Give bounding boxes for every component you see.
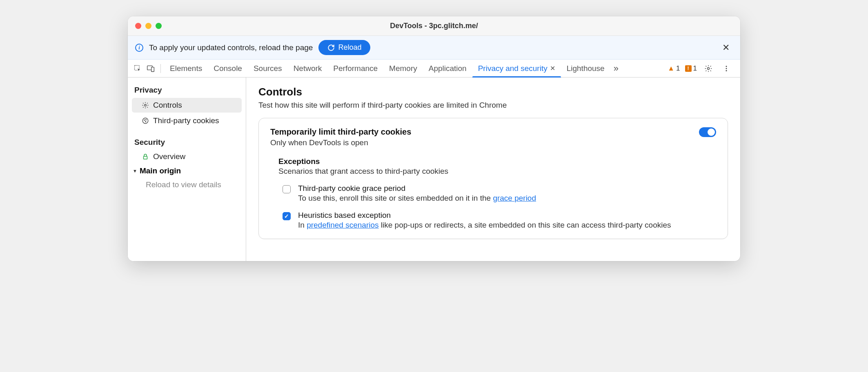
option-title: Heuristics based exception [298,211,671,220]
heuristics-option: Heuristics based exception In predefined… [278,211,716,230]
warning-indicator[interactable]: ▲ 1 [668,64,680,73]
issue-indicator[interactable]: ! 1 [685,64,697,73]
svg-point-3 [708,67,710,69]
svg-point-6 [726,70,727,71]
sidebar-reload-hint: Reload to view details [128,178,246,192]
kebab-icon [723,65,730,72]
sidebar-item-main-origin[interactable]: ▼ Main origin [128,164,246,178]
tab-network[interactable]: Network [288,60,328,77]
gear-icon [142,102,149,109]
tab-performance[interactable]: Performance [327,60,383,77]
issue-square-icon: ! [685,65,692,72]
tab-application[interactable]: Application [423,60,472,77]
tab-console[interactable]: Console [208,60,248,77]
sidebar-item-overview[interactable]: Overview [128,149,246,164]
device-toolbar-button[interactable] [144,62,157,75]
card-title: Temporarily limit third-party cookies [270,127,411,137]
sidebar-item-label: Third-party cookies [153,116,219,125]
tab-sources[interactable]: Sources [248,60,288,77]
inspect-element-button[interactable] [131,62,144,75]
page-title: Controls [258,86,728,98]
tab-privacy-security[interactable]: Privacy and security ✕ [472,60,561,77]
lock-icon [142,153,149,160]
devtools-window: DevTools - 3pc.glitch.me/ i To apply you… [128,16,740,261]
sidebar-item-controls[interactable]: Controls [132,98,242,113]
option-description: To use this, enroll this site or sites e… [298,194,536,203]
disclosure-triangle-icon: ▼ [133,168,137,173]
infobar-close-button[interactable]: ✕ [719,41,733,55]
grace-period-link[interactable]: grace period [493,194,536,202]
option-title: Third-party cookie grace period [298,184,536,193]
sidebar-heading-security: Security [128,135,246,149]
sidebar-item-label: Overview [153,152,185,161]
reload-button[interactable]: Reload [318,40,370,55]
window-title: DevTools - 3pc.glitch.me/ [128,22,740,30]
more-menu-button[interactable] [720,62,733,75]
limit-cookies-card: Temporarily limit third-party cookies On… [258,118,728,239]
svg-point-4 [726,66,727,67]
cookie-icon [142,117,149,124]
main-panel: Controls Test how this site will perform… [246,78,740,261]
settings-button[interactable] [702,62,715,75]
tabstrip: Elements Console Sources Network Perform… [128,60,740,78]
exceptions-title: Exceptions [278,157,716,166]
svg-point-8 [142,118,148,124]
info-icon: i [135,44,143,52]
gear-icon [704,64,712,73]
svg-point-7 [145,104,147,106]
tab-close-icon[interactable]: ✕ [550,64,555,72]
svg-point-9 [144,120,145,121]
reload-infobar: i To apply your updated controls, reload… [128,36,740,60]
panel-body: Privacy Controls Third-party cookies Sec… [128,78,740,261]
infobar-message: To apply your updated controls, reload t… [149,43,313,52]
more-tabs-button[interactable]: » [610,63,621,74]
svg-rect-12 [144,156,147,159]
divider [160,64,161,73]
titlebar: DevTools - 3pc.glitch.me/ [128,16,740,36]
exceptions-section: Exceptions Scenarios that grant access t… [270,157,716,230]
tab-elements[interactable]: Elements [164,60,208,77]
issue-count: 1 [693,64,697,73]
svg-point-11 [145,122,146,122]
grace-period-checkbox[interactable] [283,185,291,193]
predefined-scenarios-link[interactable]: predefined scenarios [307,221,378,229]
svg-rect-2 [151,67,154,71]
option-description: In predefined scenarios like pop-ups or … [298,221,671,230]
page-subtitle: Test how this site will perform if third… [258,101,728,110]
grace-period-option: Third-party cookie grace period To use t… [278,184,716,203]
tabstrip-status: ▲ 1 ! 1 [663,62,737,75]
sidebar-heading-privacy: Privacy [128,83,246,97]
sidebar: Privacy Controls Third-party cookies Sec… [128,78,246,261]
card-subtitle: Only when DevTools is open [270,138,411,147]
warning-count: 1 [676,64,680,73]
sidebar-item-label: Main origin [140,166,181,175]
reload-icon [327,44,335,51]
heuristics-checkbox[interactable] [283,212,291,220]
sidebar-item-label: Controls [153,101,182,110]
limit-cookies-toggle[interactable] [699,127,716,137]
warning-triangle-icon: ▲ [668,64,674,73]
sidebar-item-cookies[interactable]: Third-party cookies [128,113,246,128]
exceptions-subtitle: Scenarios that grant access to third-par… [278,167,716,176]
tab-lighthouse[interactable]: Lighthouse [561,60,610,77]
reload-button-label: Reload [338,43,361,52]
tab-memory[interactable]: Memory [383,60,423,77]
svg-point-10 [146,120,147,120]
svg-point-5 [726,68,727,69]
